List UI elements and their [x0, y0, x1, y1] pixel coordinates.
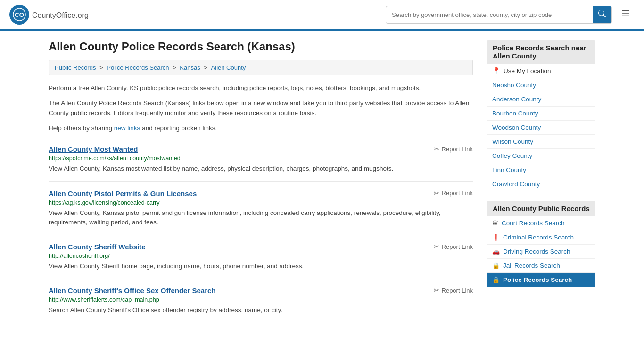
sidebar: Police Records Search near Allen County …	[487, 40, 595, 323]
report-link-0[interactable]: ✂ Report Link	[434, 145, 473, 153]
pr-item-2: 🚗Driving Records Search	[487, 245, 595, 259]
desc3-part2: and reporting broken links.	[142, 124, 217, 132]
page-title: Allen County Police Records Search (Kans…	[49, 40, 473, 53]
nearby-item-5: Wilson County	[487, 135, 595, 149]
result-url-3: http://www.sheriffalerts.com/cap_main.ph…	[49, 296, 473, 303]
nearby-item-2: Anderson County	[487, 92, 595, 107]
nearby-link-5[interactable]: Wilson County	[487, 135, 595, 148]
pr-link-3[interactable]: 🔒Jail Records Search	[487, 259, 595, 272]
breadcrumb-sep2: >	[173, 64, 178, 71]
report-link-2[interactable]: ✂ Report Link	[434, 243, 473, 250]
result-desc-3: Search Allen County Sheriff's Office sex…	[49, 305, 473, 315]
nearby-heading: Police Records Search near Allen County	[487, 40, 595, 64]
pr-icon-0: 🏛	[492, 220, 498, 227]
pr-icon-3: 🔒	[492, 262, 500, 269]
nearby-link-8[interactable]: Crawford County	[487, 177, 595, 191]
search-bar	[386, 6, 612, 24]
result-header: Allen County Most Wanted ✂ Report Link	[49, 145, 473, 153]
result-header: Allen County Sheriff Website ✂ Report Li…	[49, 243, 473, 251]
pr-item-3: 🔒Jail Records Search	[487, 259, 595, 273]
location-icon: 📍	[492, 67, 500, 74]
report-link-3[interactable]: ✂ Report Link	[434, 287, 473, 294]
result-item: Allen County Sheriff's Office Sex Offend…	[49, 279, 473, 323]
description-2: The Allen County Police Records Search (…	[49, 98, 473, 118]
nearby-list: 📍Use My LocationNeosho CountyAnderson Co…	[487, 64, 595, 191]
public-records-heading: Allen County Public Records	[487, 201, 595, 216]
description-3: Help others by sharing new links and rep…	[49, 123, 473, 133]
logo-brand: CountyOffice	[32, 11, 75, 19]
report-icon-3: ✂	[434, 287, 439, 294]
pr-icon-4: 🔒	[492, 276, 500, 283]
pr-link-1[interactable]: ❗Criminal Records Search	[487, 230, 595, 244]
public-records-section: Allen County Public Records 🏛Court Recor…	[487, 201, 595, 287]
nearby-item-1: Neosho County	[487, 78, 595, 92]
breadcrumb-sep1: >	[99, 64, 105, 71]
main-container: Allen County Police Records Search (Kans…	[39, 31, 605, 333]
nearby-item-8: Crawford County	[487, 177, 595, 191]
header-right	[386, 6, 635, 24]
result-header: Allen County Sheriff's Office Sex Offend…	[49, 287, 473, 295]
report-icon-2: ✂	[434, 243, 439, 250]
pr-item-4: 🔒Police Records Search	[487, 273, 595, 287]
result-url-0: https://spotcrime.com/ks/allen+county/mo…	[49, 155, 473, 162]
pr-link-0[interactable]: 🏛Court Records Search	[487, 216, 595, 230]
breadcrumb-kansas[interactable]: Kansas	[180, 64, 200, 71]
search-button[interactable]	[593, 6, 611, 23]
nearby-link-0[interactable]: 📍Use My Location	[487, 64, 595, 78]
report-icon-0: ✂	[434, 145, 439, 153]
nearby-item-3: Bourbon County	[487, 107, 595, 121]
desc3-part1: Help others by sharing	[49, 124, 112, 132]
new-links-link[interactable]: new links	[114, 124, 140, 132]
result-url-1: https://ag.ks.gov/licensing/concealed-ca…	[49, 199, 473, 206]
hamburger-button[interactable]	[617, 6, 635, 23]
nearby-link-6[interactable]: Coffey County	[487, 149, 595, 163]
nearby-link-4[interactable]: Woodson County	[487, 121, 595, 134]
nearby-item-0: 📍Use My Location	[487, 64, 595, 78]
nearby-section: Police Records Search near Allen County …	[487, 40, 595, 191]
breadcrumb-sep3: >	[204, 64, 209, 71]
report-link-1[interactable]: ✂ Report Link	[434, 189, 473, 197]
nearby-link-3[interactable]: Bourbon County	[487, 107, 595, 120]
search-input[interactable]	[386, 8, 593, 22]
breadcrumb: Public Records > Police Records Search >…	[49, 60, 473, 75]
nearby-item-7: Linn County	[487, 163, 595, 177]
logo-text: CountyOffice.org	[32, 9, 89, 20]
breadcrumb-allen-county[interactable]: Allen County	[211, 64, 246, 71]
breadcrumb-police-records[interactable]: Police Records Search	[107, 64, 169, 71]
content-area: Allen County Police Records Search (Kans…	[49, 40, 473, 323]
nearby-item-4: Woodson County	[487, 121, 595, 135]
nearby-link-1[interactable]: Neosho County	[487, 78, 595, 92]
header: CO CountyOffice.org	[0, 0, 644, 31]
report-icon-1: ✂	[434, 189, 439, 197]
svg-text:CO: CO	[15, 11, 24, 18]
result-url-2: http://allencosheriff.org/	[49, 253, 473, 259]
pr-icon-2: 🚗	[492, 248, 500, 255]
public-records-list: 🏛Court Records Search❗Criminal Records S…	[487, 216, 595, 287]
description-1: Perform a free Allen County, KS public p…	[49, 83, 473, 93]
result-title-2[interactable]: Allen County Sheriff Website	[49, 243, 146, 251]
nearby-link-2[interactable]: Anderson County	[487, 92, 595, 106]
result-desc-2: View Allen County Sheriff home page, inc…	[49, 262, 473, 271]
result-item: Allen County Sheriff Website ✂ Report Li…	[49, 235, 473, 279]
result-desc-0: View Allen County, Kansas most wanted li…	[49, 164, 473, 173]
logo-area: CO CountyOffice.org	[9, 5, 89, 25]
pr-link-2[interactable]: 🚗Driving Records Search	[487, 245, 595, 258]
breadcrumb-public-records[interactable]: Public Records	[55, 64, 96, 71]
result-desc-1: View Allen County, Kansas pistol permit …	[49, 208, 473, 228]
pr-link-4[interactable]: 🔒Police Records Search	[487, 273, 595, 287]
nearby-link-7[interactable]: Linn County	[487, 163, 595, 177]
nearby-item-6: Coffey County	[487, 149, 595, 163]
result-item: Allen County Most Wanted ✂ Report Link h…	[49, 138, 473, 181]
pr-item-0: 🏛Court Records Search	[487, 216, 595, 230]
result-title-3[interactable]: Allen County Sheriff's Office Sex Offend…	[49, 287, 216, 295]
result-title-1[interactable]: Allen County Pistol Permits & Gun Licens…	[49, 189, 197, 197]
result-header: Allen County Pistol Permits & Gun Licens…	[49, 189, 473, 197]
logo-suffix: .org	[75, 11, 89, 19]
pr-icon-1: ❗	[492, 234, 500, 241]
pr-item-1: ❗Criminal Records Search	[487, 230, 595, 245]
results-list: Allen County Most Wanted ✂ Report Link h…	[49, 138, 473, 323]
result-title-0[interactable]: Allen County Most Wanted	[49, 145, 138, 153]
logo-icon: CO	[9, 5, 29, 25]
result-item: Allen County Pistol Permits & Gun Licens…	[49, 182, 473, 236]
